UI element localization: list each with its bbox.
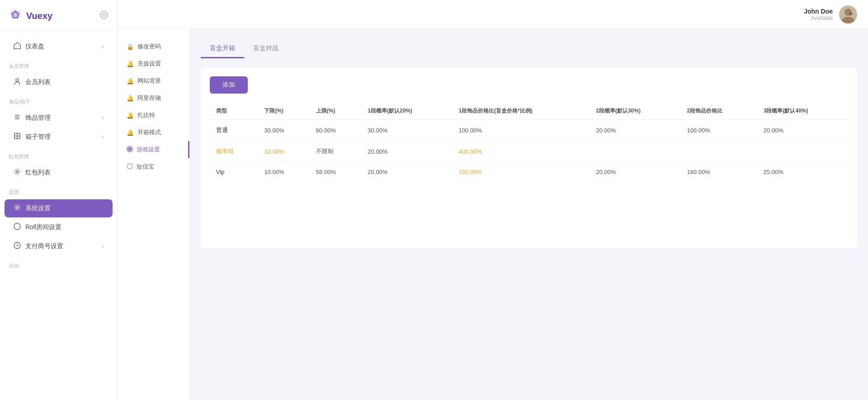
- sub-nav-sms[interactable]: 短信宝: [118, 158, 189, 175]
- sidebar-item-roll-room[interactable]: Roll房间设置: [5, 218, 113, 236]
- section-label-accessories: 饰品/箱子: [0, 92, 117, 108]
- bell-icon5: 🔔: [127, 129, 134, 136]
- chevron-right-icon: ›: [102, 43, 104, 50]
- table-row: 普通 30.00% 60.00% 30.00% 100.00% 20.00% 1…: [210, 120, 848, 141]
- prob2-cell: [590, 141, 680, 162]
- sub-nav-label: 扎比特: [137, 111, 155, 119]
- bell-icon3: 🔔: [127, 95, 134, 102]
- main-area: John Doe Available 🔒 修改密码 🔔 充值设置: [118, 0, 868, 400]
- sidebar-item-payment[interactable]: 支付商号设置 ›: [5, 237, 113, 255]
- type-cell: 普通: [210, 120, 258, 141]
- svg-point-14: [14, 223, 20, 230]
- settings-icon[interactable]: [100, 11, 108, 21]
- sidebar-item-dashboard[interactable]: 仪表盘 ›: [5, 38, 113, 56]
- sidebar: Vuexy 仪表盘 › 会员管理: [0, 0, 118, 400]
- svg-point-13: [16, 207, 19, 209]
- logo-text: Vuexy: [26, 11, 52, 21]
- table-row: Vip 10.00% 58.00% 20.00% 150.00% 20.00% …: [210, 162, 848, 182]
- target-icon: [127, 146, 133, 154]
- svg-point-19: [849, 13, 852, 15]
- prob1-cell: 20.00%: [361, 141, 452, 162]
- sidebar-item-label: 仪表盘: [25, 42, 44, 51]
- col-price2: 2段饰品价格比: [680, 103, 757, 120]
- type-cell: 概率组: [210, 141, 258, 162]
- table-row: 概率组 10.00% 不限制 20.00% 400.00%: [210, 141, 848, 162]
- upper-limit-cell: 58.00%: [310, 162, 361, 182]
- sub-nav-change-password[interactable]: 🔒 修改密码: [118, 38, 189, 55]
- col-upper: 上限(%): [310, 103, 361, 120]
- section-label-redpacket: 红包管理: [0, 147, 117, 163]
- sub-nav-label: 阿里存储: [137, 94, 161, 102]
- svg-point-4: [103, 14, 105, 16]
- svg-point-22: [129, 149, 130, 150]
- sidebar-item-label: 饰品管理: [25, 114, 51, 122]
- data-table: 类型 下限(%) 上限(%) 1段概率(默认20%) 1段饰品价格比(盲盒价格*…: [210, 103, 848, 182]
- chevron-right-icon: ›: [102, 243, 104, 249]
- username: John Doe: [804, 8, 833, 15]
- svg-point-12: [16, 171, 19, 173]
- section-label-settings: 设置: [0, 183, 117, 198]
- sub-nav-label: 短信宝: [137, 163, 154, 171]
- prob2-cell: 20.00%: [590, 120, 680, 141]
- tab-blind-box-battle[interactable]: 盲盒对战: [244, 40, 288, 58]
- sub-nav-label: 游戏设置: [137, 146, 160, 154]
- sidebar-nav: 仪表盘 › 会员管理 会员列表 饰品/箱子: [0, 32, 117, 400]
- sub-nav-ali-storage[interactable]: 🔔 阿里存储: [118, 89, 189, 107]
- sub-nav-label: 充值设置: [137, 60, 161, 68]
- sidebar-item-label: 箱子管理: [25, 133, 51, 141]
- sub-nav-background[interactable]: 🔔 网站背景: [118, 72, 189, 89]
- sub-nav-recharge[interactable]: 🔔 充值设置: [118, 55, 189, 72]
- col-prob1: 1段概率(默认20%): [361, 103, 452, 120]
- topbar: John Doe Available: [118, 0, 868, 29]
- page-content: 盲盒开箱 盲盒对战 添加 类型 下限(%) 上限(%) 1段概率(默认20%): [190, 29, 868, 400]
- sidebar-item-members[interactable]: 会员列表: [5, 73, 113, 91]
- prob1-cell: 20.00%: [361, 162, 452, 182]
- bell-icon: 🔔: [127, 61, 134, 67]
- svg-point-3: [100, 11, 108, 19]
- clock-icon: [14, 242, 21, 251]
- sidebar-item-accessories[interactable]: 饰品管理 ›: [5, 109, 113, 127]
- upper-limit-cell: 60.00%: [310, 120, 361, 141]
- bell-icon4: 🔔: [127, 112, 134, 119]
- gear-icon: [14, 168, 21, 177]
- logo: Vuexy: [0, 0, 117, 32]
- gear-active-icon: [14, 204, 21, 213]
- sub-sidebar: 🔒 修改密码 🔔 充值设置 🔔 网站背景 🔔 阿里存储 🔔 扎比特 🔔: [118, 29, 190, 400]
- circle-icon: [14, 223, 21, 232]
- svg-point-5: [16, 79, 19, 81]
- sidebar-item-system-settings[interactable]: 系统设置: [5, 199, 113, 217]
- section-label-activity: 活动: [0, 256, 117, 272]
- lock-icon: 🔒: [127, 43, 134, 50]
- sub-nav-label: 修改密码: [137, 42, 161, 51]
- list-icon: [14, 113, 21, 122]
- circle-sm-icon: [127, 163, 133, 171]
- price2-cell: [680, 141, 757, 162]
- box-icon: [14, 132, 21, 141]
- prob3-cell: 20.00%: [757, 120, 848, 141]
- sidebar-item-label: Roll房间设置: [25, 223, 61, 231]
- upper-limit-cell: 不限制: [310, 141, 361, 162]
- sidebar-item-boxes[interactable]: 箱子管理 ›: [5, 128, 113, 146]
- table-header-row: 类型 下限(%) 上限(%) 1段概率(默认20%) 1段饰品价格比(盲盒价格*…: [210, 103, 848, 120]
- sub-nav-label: 网站背景: [137, 77, 161, 85]
- sidebar-item-label: 支付商号设置: [25, 242, 63, 250]
- table-scroll-wrapper[interactable]: 类型 下限(%) 上限(%) 1段概率(默认20%) 1段饰品价格比(盲盒价格*…: [210, 103, 848, 182]
- sidebar-item-redpacket[interactable]: 红包列表: [5, 164, 113, 182]
- chevron-right-icon: ›: [102, 134, 104, 140]
- price1-cell: 100.00%: [452, 120, 590, 141]
- sub-nav-open-mode[interactable]: 🔔 开箱模式: [118, 124, 189, 141]
- user-status: Available: [804, 15, 833, 21]
- col-prob3: 3段概率(默认40%): [757, 103, 848, 120]
- add-button[interactable]: 添加: [210, 76, 248, 94]
- sidebar-item-label: 系统设置: [25, 204, 51, 212]
- price2-cell: 100.00%: [680, 120, 757, 141]
- price1-cell: 150.00%: [452, 162, 590, 182]
- lower-limit-cell: 10.00%: [258, 141, 309, 162]
- svg-point-23: [127, 164, 132, 169]
- sub-nav-zhabi[interactable]: 🔔 扎比特: [118, 107, 189, 124]
- table-section: 添加 类型 下限(%) 上限(%) 1段概率(默认20%) 1段饰品价格比(盲盒…: [201, 67, 857, 248]
- sub-nav-label: 开箱模式: [137, 128, 161, 136]
- tab-blind-box-open[interactable]: 盲盒开箱: [201, 40, 244, 58]
- sub-nav-game-settings[interactable]: 游戏设置: [118, 141, 189, 158]
- price2-cell: 160.00%: [680, 162, 757, 182]
